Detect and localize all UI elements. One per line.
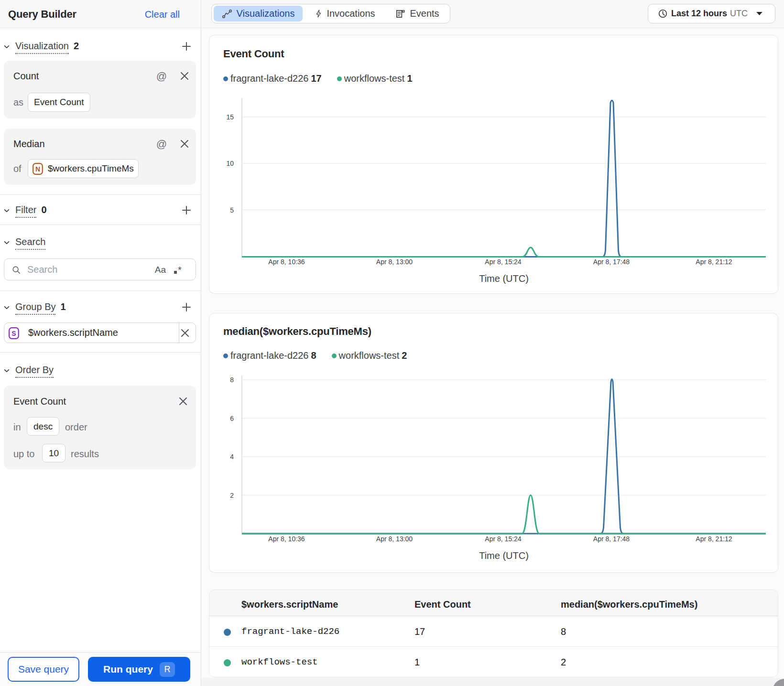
svg-text:Apr 8, 17:48: Apr 8, 17:48 xyxy=(593,535,630,543)
svg-text:8: 8 xyxy=(230,376,234,384)
svg-text:6: 6 xyxy=(230,415,234,422)
svg-text:Apr 8, 21:12: Apr 8, 21:12 xyxy=(696,258,732,266)
svg-text:Apr 8, 10:36: Apr 8, 10:36 xyxy=(268,535,305,543)
svg-text:Apr 8, 13:00: Apr 8, 13:00 xyxy=(376,258,413,266)
svg-text:Time (UTC): Time (UTC) xyxy=(479,550,529,561)
svg-text:Apr 8, 15:24: Apr 8, 15:24 xyxy=(485,535,521,543)
svg-text:S: S xyxy=(11,330,16,337)
svg-text:Time (UTC): Time (UTC) xyxy=(479,273,529,284)
svg-text:15: 15 xyxy=(226,113,234,121)
svg-text:Apr 8, 17:48: Apr 8, 17:48 xyxy=(593,258,630,266)
svg-text:10: 10 xyxy=(226,160,234,167)
svg-text:N: N xyxy=(35,165,40,172)
svg-text:2: 2 xyxy=(230,492,234,499)
svg-text:Apr 8, 21:12: Apr 8, 21:12 xyxy=(696,535,732,543)
svg-text:Apr 8, 15:24: Apr 8, 15:24 xyxy=(485,258,521,266)
svg-text:5: 5 xyxy=(230,206,234,214)
svg-text:Apr 8, 13:00: Apr 8, 13:00 xyxy=(376,535,413,543)
svg-text:Apr 8, 10:36: Apr 8, 10:36 xyxy=(268,258,305,266)
svg-text:4: 4 xyxy=(230,453,234,461)
svg-text:*: * xyxy=(178,265,182,275)
